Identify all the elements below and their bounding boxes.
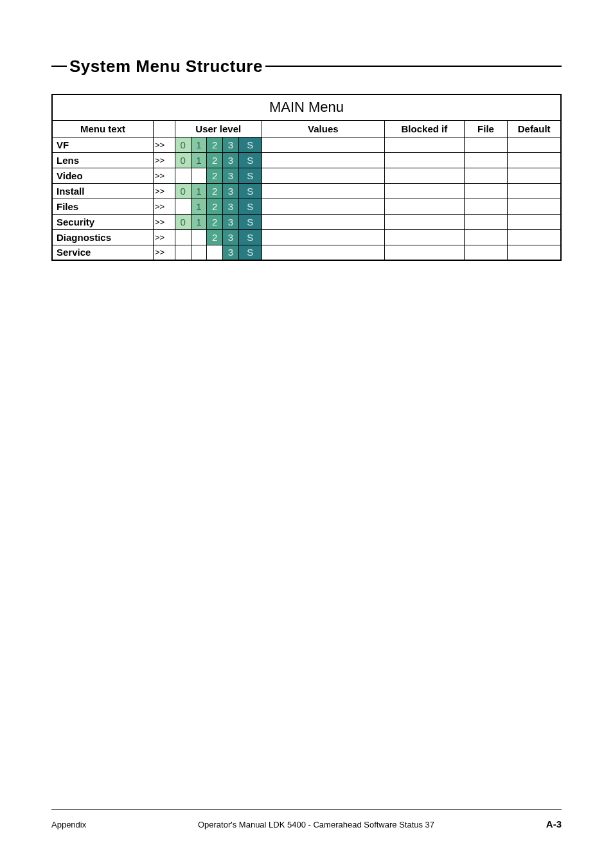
- col-header-values: Values: [262, 120, 384, 137]
- level-cell-S: S: [238, 245, 262, 260]
- level-cell-S: S: [238, 183, 262, 199]
- level-cell-S: S: [238, 168, 262, 183]
- menu-text-cell: Install: [52, 183, 154, 199]
- values-cell: [262, 168, 384, 183]
- level-cell-1: 1: [191, 152, 207, 168]
- blocked-if-cell: [385, 168, 465, 183]
- main-menu-table: MAIN Menu Menu text User level Values Bl…: [51, 94, 562, 261]
- level-cell-2: [207, 245, 223, 260]
- table-row: Files>>123S: [52, 199, 561, 214]
- level-cell-0: 0: [175, 214, 191, 229]
- table-title: MAIN Menu: [52, 94, 561, 120]
- level-cell-3: 3: [223, 152, 239, 168]
- menu-text-cell: VF: [52, 137, 154, 152]
- level-cell-2: 2: [207, 199, 223, 214]
- level-cell-S: S: [238, 152, 262, 168]
- rule-right: [265, 66, 562, 67]
- level-cell-2: 2: [207, 168, 223, 183]
- file-cell: [464, 245, 508, 260]
- level-cell-S: S: [238, 214, 262, 229]
- default-cell: [508, 168, 561, 183]
- level-cell-2: 2: [207, 152, 223, 168]
- col-header-default: Default: [508, 120, 561, 137]
- file-cell: [464, 214, 508, 229]
- blocked-if-cell: [385, 199, 465, 214]
- blocked-if-cell: [385, 183, 465, 199]
- level-cell-0: [175, 229, 191, 245]
- submenu-arrow: >>: [154, 137, 175, 152]
- file-cell: [464, 152, 508, 168]
- level-cell-1: 1: [191, 199, 207, 214]
- level-cell-1: 1: [191, 137, 207, 152]
- level-cell-3: 3: [223, 137, 239, 152]
- table-row: Lens>>0123S: [52, 152, 561, 168]
- footer-left: Appendix: [51, 820, 86, 829]
- menu-text-cell: Diagnostics: [52, 229, 154, 245]
- submenu-arrow: >>: [154, 245, 175, 260]
- file-cell: [464, 168, 508, 183]
- level-cell-0: 0: [175, 183, 191, 199]
- values-cell: [262, 183, 384, 199]
- level-cell-3: 3: [223, 199, 239, 214]
- blocked-if-cell: [385, 152, 465, 168]
- level-cell-2: 2: [207, 137, 223, 152]
- table-row: Install>>0123S: [52, 183, 561, 199]
- blocked-if-cell: [385, 137, 465, 152]
- values-cell: [262, 199, 384, 214]
- col-header-file: File: [464, 120, 508, 137]
- footer-rule: [51, 809, 562, 810]
- blocked-if-cell: [385, 229, 465, 245]
- menu-text-cell: Files: [52, 199, 154, 214]
- submenu-arrow: >>: [154, 168, 175, 183]
- menu-text-cell: Lens: [52, 152, 154, 168]
- level-cell-2: 2: [207, 229, 223, 245]
- table-row: Diagnostics>>23S: [52, 229, 561, 245]
- menu-text-cell: Video: [52, 168, 154, 183]
- level-cell-3: 3: [223, 183, 239, 199]
- level-cell-3: 3: [223, 168, 239, 183]
- blocked-if-cell: [385, 214, 465, 229]
- footer-center: Operator's Manual LDK 5400 - Camerahead …: [198, 820, 434, 829]
- section-title: System Menu Structure: [67, 58, 265, 75]
- level-cell-2: 2: [207, 183, 223, 199]
- submenu-arrow: >>: [154, 199, 175, 214]
- footer-right: A-3: [546, 819, 562, 829]
- level-cell-1: 1: [191, 214, 207, 229]
- level-cell-S: S: [238, 137, 262, 152]
- col-header-arrow: [154, 120, 175, 137]
- table-row: Service>>3S: [52, 245, 561, 260]
- section-heading: System Menu Structure: [51, 58, 562, 75]
- level-cell-0: [175, 199, 191, 214]
- values-cell: [262, 137, 384, 152]
- level-cell-2: 2: [207, 214, 223, 229]
- file-cell: [464, 183, 508, 199]
- table-row: Security>>0123S: [52, 214, 561, 229]
- level-cell-3: 3: [223, 214, 239, 229]
- submenu-arrow: >>: [154, 214, 175, 229]
- submenu-arrow: >>: [154, 229, 175, 245]
- menu-text-cell: Security: [52, 214, 154, 229]
- default-cell: [508, 183, 561, 199]
- default-cell: [508, 152, 561, 168]
- level-cell-S: S: [238, 199, 262, 214]
- default-cell: [508, 229, 561, 245]
- menu-text-cell: Service: [52, 245, 154, 260]
- level-cell-1: [191, 245, 207, 260]
- file-cell: [464, 229, 508, 245]
- page-footer: Appendix Operator's Manual LDK 5400 - Ca…: [51, 809, 562, 829]
- rule-left: [51, 66, 67, 67]
- values-cell: [262, 152, 384, 168]
- level-cell-0: 0: [175, 137, 191, 152]
- col-header-menu-text: Menu text: [52, 120, 154, 137]
- default-cell: [508, 199, 561, 214]
- values-cell: [262, 214, 384, 229]
- level-cell-1: 1: [191, 183, 207, 199]
- level-cell-1: [191, 168, 207, 183]
- default-cell: [508, 137, 561, 152]
- file-cell: [464, 137, 508, 152]
- level-cell-3: 3: [223, 245, 239, 260]
- default-cell: [508, 245, 561, 260]
- values-cell: [262, 245, 384, 260]
- level-cell-0: [175, 168, 191, 183]
- col-header-blocked-if: Blocked if: [385, 120, 465, 137]
